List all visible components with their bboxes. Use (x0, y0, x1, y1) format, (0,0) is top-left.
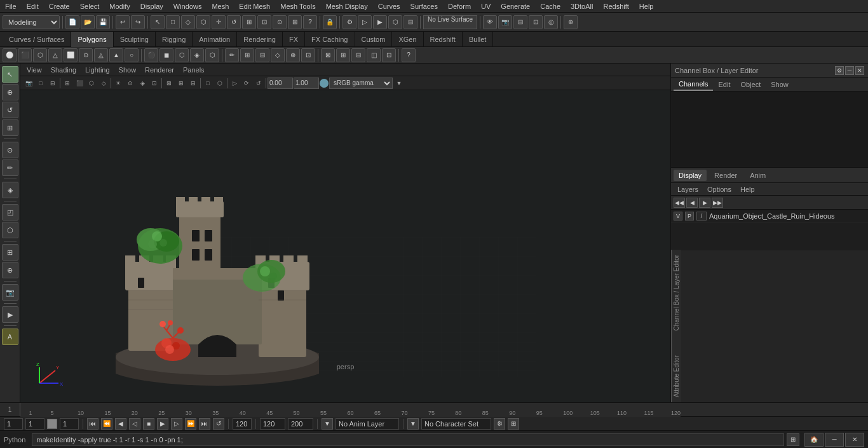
paint-weights-btn[interactable]: ✏ (2, 160, 18, 176)
menu-mesh-display[interactable]: Mesh Display (321, 1, 373, 11)
arnold-btn[interactable]: A (2, 329, 18, 345)
shelf-sep-btn[interactable]: ⊟ (351, 48, 365, 62)
ipr-btn[interactable]: ⬡ (388, 15, 402, 29)
shelf-pyramid-btn[interactable]: ▲ (109, 48, 123, 62)
menu-file[interactable]: File (0, 1, 22, 11)
shelf-cyl-btn[interactable]: ⬡ (33, 48, 47, 62)
vp-isolate-btn[interactable]: ⊠ (163, 78, 175, 89)
open-scene-btn[interactable]: 📂 (81, 15, 95, 29)
channel-box-close-btn[interactable]: ✕ (855, 66, 864, 75)
layer-color-swatch[interactable]: / (696, 212, 707, 221)
vp-shade-btn[interactable]: ⬛ (74, 78, 85, 89)
vp-camera-select-btn[interactable]: 📷 (23, 78, 34, 89)
vp-shadow-btn[interactable]: ⊙ (125, 78, 136, 89)
pb-skip-end-btn[interactable]: ⏭ (199, 418, 210, 430)
menu-surfaces[interactable]: Surfaces (405, 1, 443, 11)
show-manip-btn[interactable]: ◈ (2, 182, 18, 198)
shelf-combine-btn[interactable]: ⊞ (336, 48, 350, 62)
le-menu-options[interactable]: Options (703, 184, 735, 194)
cb-tab-edit[interactable]: Edit (713, 79, 735, 90)
menu-windows[interactable]: Windows (168, 1, 207, 11)
cb-tab-channels[interactable]: Channels (674, 78, 713, 91)
shelf-bridge-btn[interactable]: ⊞ (240, 48, 254, 62)
pb-prev-frame-btn[interactable]: ◀ (115, 418, 126, 430)
vp-safe-btn[interactable]: ⬡ (214, 78, 226, 89)
tab-rendering[interactable]: Rendering (237, 32, 283, 47)
menu-mesh[interactable]: Mesh (207, 1, 234, 11)
vp-exposure-input[interactable] (268, 78, 293, 89)
char-set-extra-btn[interactable]: ⊞ (508, 418, 519, 430)
vp-grid-btn[interactable]: ⊞ (175, 78, 187, 89)
anim-layer-field[interactable]: No Anim Layer (336, 418, 399, 430)
scale-btn[interactable]: ⊞ (242, 15, 256, 29)
shelf-cube2-btn[interactable]: ◼ (159, 48, 173, 62)
shelf-extrude-btn[interactable]: ✏ (225, 48, 239, 62)
menu-deform[interactable]: Deform (443, 1, 476, 11)
le-tab-display[interactable]: Display (674, 170, 707, 181)
tab-redshift[interactable]: Redshift (424, 32, 463, 47)
shelf-target-btn[interactable]: ⊡ (301, 48, 315, 62)
layer-visibility-btn[interactable]: V (674, 212, 682, 221)
vp-cam-ortho-btn[interactable]: □ (35, 78, 46, 89)
menu-cache[interactable]: Cache (535, 1, 566, 11)
menu-modify[interactable]: Modify (104, 1, 135, 11)
eye-btn[interactable]: 👁 (483, 15, 497, 29)
menu-display[interactable]: Display (135, 1, 168, 11)
vp-menu-panels[interactable]: Panels (179, 65, 208, 75)
vp-menu-lighting[interactable]: Lighting (81, 65, 114, 75)
move-btn[interactable]: ✛ (212, 15, 226, 29)
menu-curves[interactable]: Curves (373, 1, 405, 11)
render-btn[interactable]: ▶ (373, 15, 387, 29)
scale-tool-btn[interactable]: ⊞ (2, 119, 18, 136)
frame-input-2[interactable] (25, 418, 44, 430)
cmd-submit-btn[interactable]: ⊞ (787, 433, 799, 446)
shelf-sphere-btn[interactable]: ⚪ (3, 48, 17, 62)
vp-antialias-btn[interactable]: ⊡ (149, 78, 160, 89)
workspace-select[interactable]: Modeling Rigging Animation (3, 15, 60, 29)
vp-texture-btn[interactable]: ⬡ (86, 78, 97, 89)
vp-lighting-btn[interactable]: ☀ (112, 78, 124, 89)
menu-select[interactable]: Select (75, 1, 105, 11)
tab-rigging[interactable]: Rigging (156, 32, 193, 47)
shelf-cube-btn[interactable]: ⬛ (18, 48, 32, 62)
pb-step-fwd-btn[interactable]: ⏩ (185, 418, 196, 430)
shelf-extract-btn[interactable]: ⊡ (382, 48, 396, 62)
vp-playblast-btn[interactable]: ▷ (229, 78, 240, 89)
taskbar-app-btn[interactable]: 🏠 (804, 433, 824, 447)
render2-btn[interactable]: ◎ (544, 15, 558, 29)
shelf-sphere2-btn[interactable]: ⚫ (144, 48, 158, 62)
tab-fx[interactable]: FX (283, 32, 305, 47)
extra1-btn[interactable]: ⊕ (564, 15, 578, 29)
pb-skip-start-btn[interactable]: ⏮ (87, 418, 98, 430)
viewport-scene[interactable]: persp Y X Z (20, 90, 670, 402)
shelf-insert-btn[interactable]: ⊕ (286, 48, 300, 62)
tab-custom[interactable]: Custom (355, 32, 393, 47)
paint-btn[interactable]: ⬡ (196, 15, 210, 29)
snap-grid-btn[interactable]: ⊞ (2, 244, 18, 261)
shelf-pipe-btn[interactable]: ○ (125, 48, 139, 62)
move-lasso-btn[interactable]: ⊕ (2, 84, 18, 100)
shelf-fill-btn[interactable]: ◫ (367, 48, 381, 62)
le-menu-layers[interactable]: Layers (674, 184, 702, 194)
menu-redshift[interactable]: Redshift (598, 1, 634, 11)
vp-res-gate-btn[interactable]: □ (202, 78, 214, 89)
char-set-dropdown-btn[interactable]: ▼ (407, 418, 419, 430)
new-scene-btn[interactable]: 📄 (65, 15, 79, 29)
rotate-tool-btn[interactable]: ↺ (2, 102, 18, 118)
shelf-bevel-btn[interactable]: ⊟ (255, 48, 269, 62)
channel-box-settings-btn[interactable]: ⚙ (835, 66, 844, 75)
vp-gamma-input[interactable] (294, 78, 319, 89)
vp-ao-btn[interactable]: ◈ (137, 78, 148, 89)
menu-edit[interactable]: Edit (22, 1, 44, 11)
save-scene-btn[interactable]: 💾 (96, 15, 110, 29)
vp-menu-renderer[interactable]: Renderer (141, 65, 178, 75)
current-frame-input[interactable] (4, 418, 23, 430)
menu-create[interactable]: Create (44, 1, 75, 11)
shelf-torus-btn[interactable]: ⊙ (79, 48, 93, 62)
transform-select-btn[interactable]: ↖ (151, 15, 165, 29)
render-region-btn[interactable]: ▷ (358, 15, 372, 29)
layer-playback-btn[interactable]: P (685, 212, 694, 221)
vp-menu-view[interactable]: View (23, 65, 46, 75)
playback-speed-input[interactable] (260, 418, 285, 430)
lock-btn[interactable]: 🔒 (323, 15, 337, 29)
